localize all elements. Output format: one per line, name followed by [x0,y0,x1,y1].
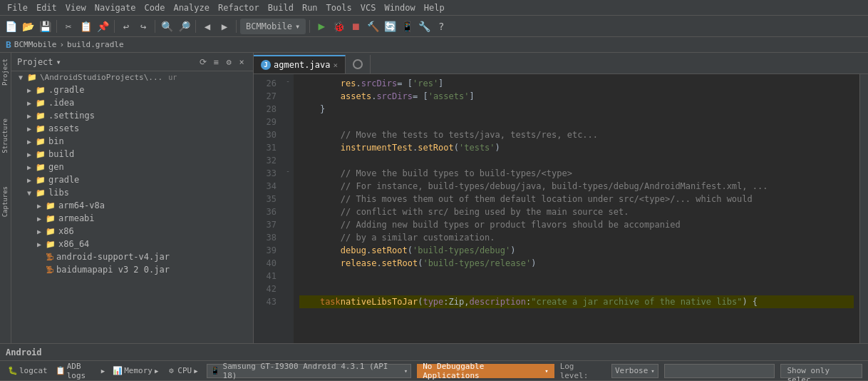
gradle-label: .gradle [48,85,85,95]
menu-help[interactable]: Help [420,1,449,14]
debug-button[interactable]: 🐞 [331,19,346,34]
search-input[interactable] [664,364,775,378]
menu-analyze[interactable]: Analyze [169,1,214,14]
menu-navigate[interactable]: Navigate [91,1,140,14]
expand-settings-icon: ▶ [26,112,33,120]
tree-item-settings[interactable]: ▶ 📁 .settings [11,109,253,122]
open-btn[interactable]: 📂 [20,19,36,34]
tree-item-baidu-jar[interactable]: 🗜 baidumapapi v3 2 0.jar [11,263,253,276]
gen-folder-icon: 📁 [36,163,46,172]
logcat-label: logcat [19,366,48,375]
tree-item-armeabi[interactable]: ▶ 📁 armeabi [11,212,253,225]
log-level-selector[interactable]: Verbose ▾ [611,364,658,378]
cut-btn[interactable]: ✂ [61,19,76,34]
tree-item-libs[interactable]: ▼ 📁 libs [11,186,253,199]
project-dropdown-icon[interactable]: ▾ [56,57,61,67]
paste-btn[interactable]: 📌 [95,19,110,34]
menu-window[interactable]: Window [380,1,419,14]
menu-vcs[interactable]: VCS [356,1,381,14]
tree-item-x86[interactable]: ▶ 📁 x86 [11,225,253,238]
help-btn[interactable]: ? [433,19,449,34]
project-panel-header: Project ▾ ⟳ ≡ ⚙ × [11,53,253,71]
build-btn[interactable]: 🔨 [365,19,381,34]
logcat-tab[interactable]: 🐛 logcat [6,365,51,377]
expand-libs-icon: ▼ [26,189,33,197]
menu-refactor[interactable]: Refactor [214,1,264,14]
sep3 [155,20,155,33]
expand-gradle-icon: ▶ [26,86,33,94]
collapse-btn[interactable]: ≡ [210,56,222,68]
breadcrumb-project[interactable]: BCMMobile [14,40,57,49]
avd-btn[interactable]: 📱 [399,19,415,34]
cpu-icon: ⚙ [167,367,175,375]
code-line-37: // Adding new build types or product fla… [299,218,854,231]
gradle-folder-icon: 📁 [36,86,46,95]
tab-close-btn[interactable]: × [333,61,338,70]
tree-item-idea[interactable]: ▶ 📁 .idea [11,96,253,109]
menu-edit[interactable]: Edit [32,1,61,14]
ln-34: 34 [254,180,277,193]
breadcrumb: B BCMMobile › build.gradle [0,37,868,53]
undo-btn[interactable]: ↩ [118,19,134,34]
captures-tab-vert[interactable]: Captures [0,181,11,223]
memory-tab[interactable]: 📊 Memory ▶ [110,365,161,377]
hide-panel-btn[interactable]: × [236,56,247,68]
save-btn[interactable]: 💾 [37,19,53,34]
tree-item-bin[interactable]: ▶ 📁 bin [11,135,253,148]
ln-29: 29 [254,116,277,128]
tree-item-gen[interactable]: ▶ 📁 gen [11,161,253,173]
tree-item-x86_64[interactable]: ▶ 📁 x86_64 [11,238,253,250]
sdk-btn[interactable]: 🔧 [416,19,432,34]
settings-btn[interactable]: ⚙ [223,56,234,68]
app-selector[interactable]: No Debuggable Applications ▾ [417,364,554,378]
stop-button[interactable]: ⏹ [348,19,363,34]
expand-armeabi-icon: ▶ [36,215,43,223]
tree-item-gradle[interactable]: ▶ 📁 .gradle [11,83,253,96]
code-line-43: task nativeLibsToJar(type: Zip, descript… [299,295,854,308]
menu-code[interactable]: Code [140,1,170,14]
menu-tools[interactable]: Tools [322,1,356,14]
ln-28: 28 [254,103,277,116]
tree-item-support-jar[interactable]: 🗜 android-support-v4.jar [11,250,253,263]
java-tab-icon: J [261,60,271,70]
project-tab-vert[interactable]: Project [0,53,11,91]
cpu-tab[interactable]: ⚙ CPU ▶ [164,365,200,377]
device-name: Samsung GT-I9300 Android 4.3.1 (API 18) [223,362,401,380]
run-button[interactable]: ▶ [314,19,329,34]
tree-item-assets[interactable]: ▶ 📁 assets [11,122,253,135]
assets-folder-icon: 📁 [36,124,46,133]
search-btn[interactable]: 🔍 [159,19,175,34]
structure-tab-vert[interactable]: Structure [0,113,11,159]
show-only-button[interactable]: Show only selec [780,364,862,378]
log-level-value: Verbose [615,366,648,375]
new-file-btn[interactable]: 📄 [3,19,19,34]
ln-41: 41 [254,270,277,283]
sync-btn[interactable]: 🔄 [382,19,398,34]
copy-btn[interactable]: 📋 [78,19,93,34]
code-content[interactable]: res.srcDirs = ['res'] assets.srcDirs = [… [294,74,859,343]
breadcrumb-file[interactable]: build.gradle [67,40,123,49]
menu-file[interactable]: File [3,1,32,14]
project-selector[interactable]: BCMMobile ▾ [240,19,306,34]
tree-item-build[interactable]: ▶ 📁 build [11,148,253,161]
adb-logs-tab[interactable]: 📋 ADB logs ▶ [53,360,108,382]
gutter-33[interactable]: - [282,164,294,177]
forward-btn[interactable]: ▶ [217,19,232,34]
sep1 [56,20,57,33]
tab-loader[interactable] [346,55,371,73]
gutter-28[interactable]: - [282,74,294,87]
search2-btn[interactable]: 🔎 [176,19,192,34]
back-btn[interactable]: ◀ [200,19,215,34]
menu-run[interactable]: Run [298,1,322,14]
tree-root[interactable]: ▼ 📁 \AndroidStudioProjects\... ur [11,71,253,83]
bottom-panel: Android 🐛 logcat 📋 ADB logs ▶ 📊 Memory ▶… [0,343,868,381]
menu-build[interactable]: Build [264,1,298,14]
right-scrollbar[interactable] [859,74,868,343]
tree-item-arm64[interactable]: ▶ 📁 arm64-v8a [11,199,253,212]
tree-item-gradle2[interactable]: ▶ 📁 gradle [11,173,253,186]
redo-btn[interactable]: ↪ [135,19,151,34]
device-selector[interactable]: 📱 Samsung GT-I9300 Android 4.3.1 (API 18… [207,364,412,378]
menu-view[interactable]: View [61,1,91,14]
tab-agment-java[interactable]: J agment.java × [254,55,346,73]
sync-project-btn[interactable]: ⟳ [197,56,209,68]
